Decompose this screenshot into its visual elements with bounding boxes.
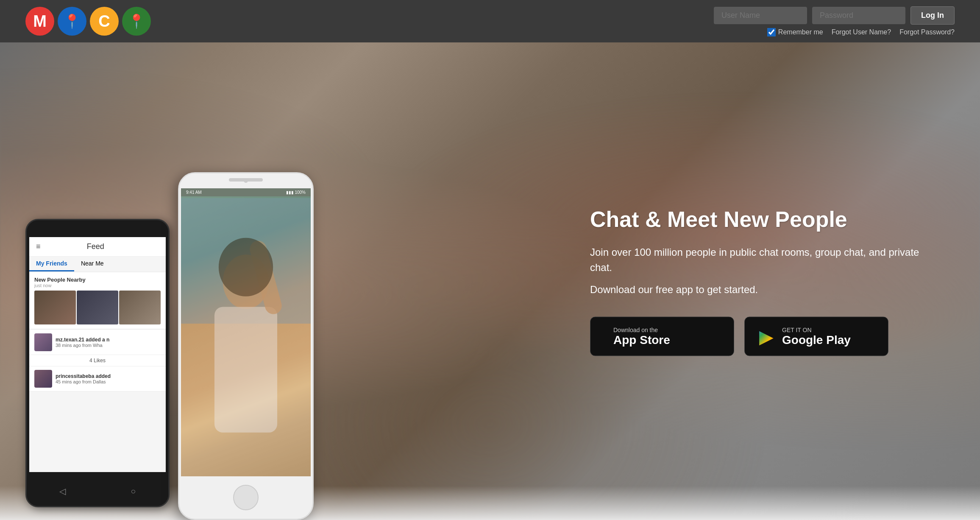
- feed-title: Feed: [87, 242, 104, 251]
- app-store-small-text: Download on the: [613, 326, 670, 333]
- google-play-text: GET IT ON Google Play: [782, 326, 851, 347]
- remember-area: Remember me: [767, 28, 823, 36]
- iphone-camera: [244, 179, 248, 183]
- nearby-title: New People Nearby: [34, 277, 161, 283]
- app-store-large-text: App Store: [613, 333, 670, 347]
- android-tabs: My Friends Near Me: [29, 257, 166, 272]
- auth-area: Log In Remember me Forgot User Name? For…: [714, 6, 955, 36]
- nearby-sub: just now: [34, 283, 161, 288]
- menu-icon: ≡: [36, 242, 41, 251]
- logo-area: M 📍 C 📍: [25, 7, 151, 36]
- feed-likes: 4 Likes: [29, 355, 166, 366]
- forgot-username-link[interactable]: Forgot User Name?: [832, 28, 891, 36]
- feed-username-2: princessitabeba added: [56, 373, 161, 379]
- feed-action-1: 38 mins ago from Wha: [56, 343, 161, 348]
- svg-rect-3: [214, 307, 277, 433]
- password-input[interactable]: [812, 7, 905, 24]
- iphone-home-button[interactable]: [233, 485, 259, 510]
- iphone-photo: [181, 196, 311, 476]
- hero-section: ≡ Feed My Friends Near Me New People Nea…: [0, 42, 980, 520]
- feed-user-2-info: princessitabeba added 45 mins ago from D…: [56, 373, 161, 384]
- status-battery: ▮▮▮ 100%: [286, 190, 306, 195]
- android-screen: ≡ Feed My Friends Near Me New People Nea…: [29, 237, 166, 472]
- remember-label: Remember me: [778, 28, 823, 36]
- feed-photo-2: [77, 291, 118, 324]
- back-nav[interactable]: ◁: [59, 486, 66, 496]
- android-topbar: ≡ Feed: [29, 237, 166, 257]
- tab-near-me[interactable]: Near Me: [74, 257, 111, 271]
- google-play-small-text: GET IT ON: [782, 326, 851, 333]
- logo-c: C: [90, 7, 119, 36]
- hero-title: Chat & Meet New People: [590, 207, 929, 232]
- store-buttons: Download on the App Store ▶ GET IT ON Go…: [590, 317, 929, 356]
- iphone: 9:41 AM ▮▮▮ 100%: [178, 172, 314, 520]
- username-input[interactable]: [714, 7, 807, 24]
- status-time: 9:41 AM: [186, 190, 202, 195]
- hero-content: Chat & Meet New People Join over 100 mil…: [590, 207, 929, 356]
- person-svg: [181, 196, 311, 476]
- google-play-button[interactable]: ▶ GET IT ON Google Play: [744, 317, 888, 356]
- feed-action-2: 45 mins ago from Dallas: [56, 379, 161, 384]
- auth-bottom: Remember me Forgot User Name? Forgot Pas…: [767, 28, 955, 36]
- tab-my-friends[interactable]: My Friends: [29, 257, 74, 271]
- feed-user-1: mz.texan.21 added a n 38 mins ago from W…: [29, 330, 166, 355]
- remember-checkbox[interactable]: [767, 28, 776, 36]
- feed-username-1: mz.texan.21 added a n: [56, 337, 161, 343]
- iphone-statusbar: 9:41 AM ▮▮▮ 100%: [181, 188, 311, 196]
- iphone-screen: 9:41 AM ▮▮▮ 100%: [181, 188, 311, 476]
- forgot-password-link[interactable]: Forgot Password?: [899, 28, 955, 36]
- header: M 📍 C 📍 Log In Remember me Forgot User N…: [0, 0, 980, 42]
- feed-user-1-info: mz.texan.21 added a n 38 mins ago from W…: [56, 337, 161, 348]
- home-nav[interactable]: ○: [131, 486, 136, 496]
- logo-o2: 📍: [122, 7, 151, 36]
- feed-user-2: princessitabeba added 45 mins ago from D…: [29, 366, 166, 391]
- hero-description: Join over 100 million people in public c…: [590, 245, 929, 275]
- auth-top: Log In: [714, 6, 955, 25]
- login-button[interactable]: Log In: [910, 6, 955, 25]
- hero-cta: Download our free app to get started.: [590, 284, 929, 296]
- app-store-text: Download on the App Store: [613, 326, 670, 347]
- nearby-feed-item: New People Nearby just now: [29, 272, 166, 329]
- logo-m: M: [25, 7, 54, 36]
- logo-o1: 📍: [58, 7, 86, 36]
- svg-point-5: [219, 238, 273, 296]
- google-play-large-text: Google Play: [782, 333, 851, 347]
- google-play-icon: ▶: [759, 326, 774, 347]
- feed-avatar-2: [34, 370, 52, 388]
- feed-photo-1: [34, 291, 76, 324]
- phones-container: ≡ Feed My Friends Near Me New People Nea…: [25, 96, 314, 520]
- feed-photo-3: [119, 291, 161, 324]
- feed-avatar-1: [34, 333, 52, 351]
- feed-photos: [34, 291, 161, 324]
- app-store-button[interactable]: Download on the App Store: [590, 317, 734, 356]
- android-phone: ≡ Feed My Friends Near Me New People Nea…: [25, 219, 170, 507]
- android-bottom-bar: ◁ ○: [27, 476, 168, 506]
